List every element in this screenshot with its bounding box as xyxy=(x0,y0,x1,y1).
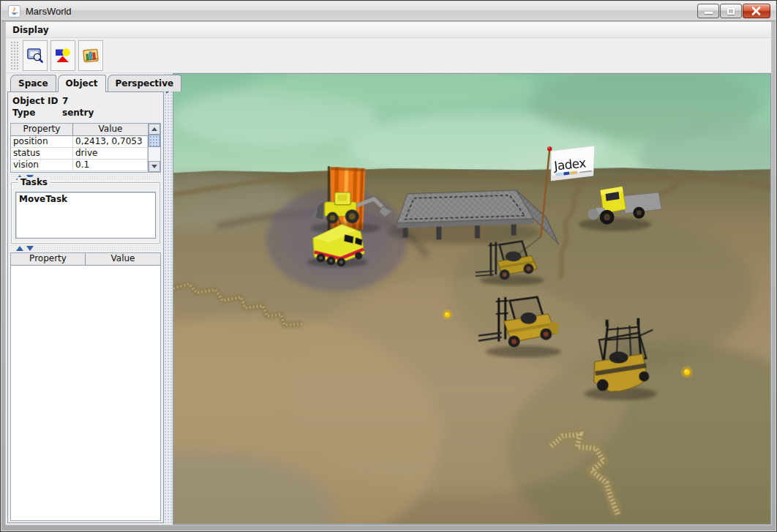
window-title: MarsWorld xyxy=(26,6,72,17)
ore-2[interactable] xyxy=(681,366,693,378)
tasks-title: Tasks xyxy=(18,177,50,187)
table-row[interactable]: position 0,2413, 0,7053 xyxy=(11,136,148,148)
cell-property: position xyxy=(11,136,73,147)
split-divider-2[interactable] xyxy=(10,244,161,252)
ore-1[interactable] xyxy=(442,310,452,320)
statistics-chart-icon xyxy=(82,47,100,64)
task-table-body[interactable] xyxy=(11,266,160,520)
cell-value: drive xyxy=(73,148,148,159)
shapes-icon xyxy=(54,47,72,64)
maximize-icon xyxy=(727,8,735,15)
minimize-icon xyxy=(705,12,713,14)
header-value: Value xyxy=(73,124,148,135)
view-tabs: Space Object Perspective xyxy=(7,75,164,91)
object-panel: Space Object Perspective Object ID 7 Typ… xyxy=(6,73,164,525)
java-coffee-cup-icon xyxy=(8,5,20,18)
tab-space[interactable]: Space xyxy=(10,75,56,91)
object-info: Object ID 7 Type sentry xyxy=(8,92,163,121)
shapes-button[interactable] xyxy=(50,40,75,71)
cell-property: vision xyxy=(11,160,73,171)
menu-display[interactable]: Display xyxy=(6,23,55,37)
header-property: Property xyxy=(11,124,73,135)
scrollbar-thumb[interactable] xyxy=(149,135,160,147)
table-row[interactable]: vision 0.1 xyxy=(11,160,148,171)
object-id-label: Object ID xyxy=(12,96,62,108)
toolbar-grip[interactable] xyxy=(10,41,18,70)
table-row[interactable]: status drive xyxy=(11,148,148,160)
toolbar xyxy=(6,38,771,73)
cell-property: status xyxy=(11,148,73,159)
panel-splitter[interactable] xyxy=(164,73,173,525)
tab-perspective[interactable]: Perspective xyxy=(108,75,182,91)
collapse-up-icon[interactable] xyxy=(16,246,23,251)
header-value: Value xyxy=(86,253,160,265)
header-property: Property xyxy=(11,253,86,265)
task-table-header: Property Value xyxy=(11,253,160,266)
3d-world-view[interactable]: Jadex xyxy=(173,73,771,525)
collapse-down-icon[interactable] xyxy=(26,246,34,251)
scroll-down-icon[interactable] xyxy=(149,161,160,172)
property-table: Property Value position 0,2413, 0,7053 s… xyxy=(10,123,161,173)
object-id-value: 7 xyxy=(62,96,68,108)
mars-scene[interactable]: Jadex xyxy=(173,74,770,524)
tab-object[interactable]: Object xyxy=(58,75,106,92)
tasks-list[interactable]: MoveTask xyxy=(15,192,156,239)
cell-value: 0.1 xyxy=(73,160,148,171)
property-table-header: Property Value xyxy=(11,124,148,136)
maximize-button[interactable] xyxy=(720,4,742,18)
marsworld-window: MarsWorld Display xyxy=(0,0,777,532)
close-button[interactable] xyxy=(743,4,770,18)
task-item[interactable]: MoveTask xyxy=(19,194,152,204)
table-scrollbar[interactable] xyxy=(148,124,160,172)
object-tab-content: Object ID 7 Type sentry Property Val xyxy=(7,91,164,523)
display-zoom-icon xyxy=(26,47,44,64)
task-property-table: Property Value xyxy=(10,252,161,521)
tasks-group: Tasks MoveTask xyxy=(11,182,160,244)
object-type-label: Type xyxy=(12,108,62,119)
menu-bar: Display xyxy=(6,22,771,38)
minimize-button[interactable] xyxy=(697,4,719,18)
object-type-value: sentry xyxy=(62,108,94,119)
cell-value: 0,2413, 0,7053 xyxy=(73,136,148,147)
titlebar[interactable]: MarsWorld xyxy=(1,1,776,21)
statistics-button[interactable] xyxy=(78,40,103,71)
display-zoom-button[interactable] xyxy=(23,40,48,71)
close-icon xyxy=(743,4,770,18)
scroll-up-icon[interactable] xyxy=(149,124,160,135)
